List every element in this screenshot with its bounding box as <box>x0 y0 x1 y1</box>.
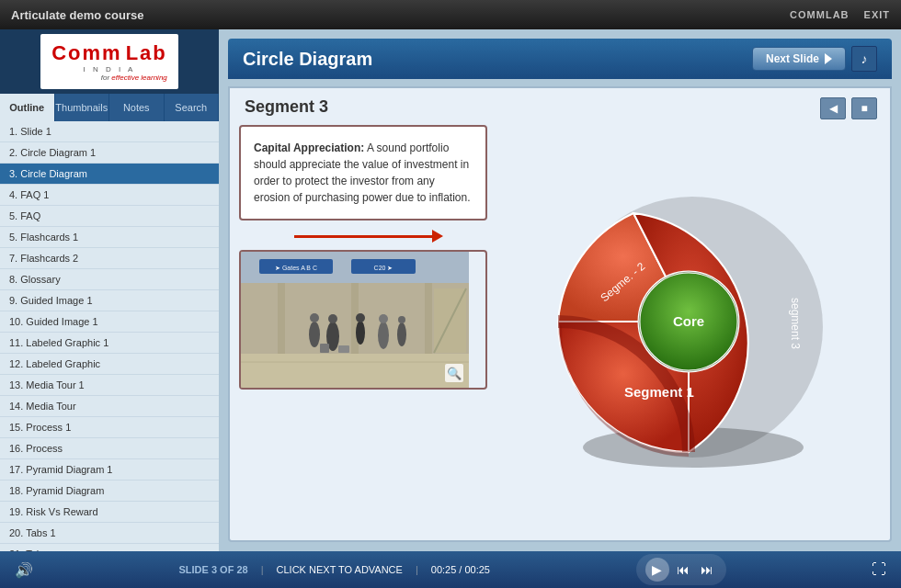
bottom-bar: 🔊 SLIDE 3 OF 28 | CLICK NEXT TO ADVANCE … <box>0 551 901 588</box>
logo-box: Comm Lab I N D I A for effective learnin… <box>40 34 178 89</box>
airport-scene-svg: ➤ Gates A B C C20 ➤ <box>241 252 469 388</box>
zoom-icon[interactable]: 🔍 <box>445 364 463 382</box>
svg-rect-22 <box>320 344 329 353</box>
outline-list: 1. Slide 1 2. Circle Diagram 1 3. Circle… <box>0 121 219 551</box>
tab-outline[interactable]: Outline <box>0 94 55 121</box>
arrow-line <box>294 235 432 238</box>
outline-item-20[interactable]: 20. Tabs 1 <box>0 523 219 544</box>
segment-heading: Segment 3 <box>245 97 328 117</box>
separator2: | <box>416 564 418 575</box>
svg-rect-23 <box>338 345 349 353</box>
svg-point-16 <box>356 321 365 345</box>
svg-point-13 <box>310 313 319 322</box>
slide-info-text: SLIDE 3 OF 28 <box>179 564 248 575</box>
outline-item-18[interactable]: 18. Pyramid Diagram <box>0 481 219 502</box>
top-bar-actions: COMMLAB EXIT <box>790 9 890 20</box>
outline-item-11[interactable]: 11. Labeled Graphic 1 <box>0 333 219 354</box>
audio-icon: ♪ <box>861 51 868 66</box>
slide-header: Circle Diagram Next Slide ♪ <box>228 39 892 79</box>
outline-item-9[interactable]: 9. Guided Image 1 <box>0 290 219 311</box>
slide-next-button[interactable]: ■ <box>851 97 877 119</box>
outline-item-16[interactable]: 16. Process <box>0 438 219 459</box>
svg-point-18 <box>378 322 389 349</box>
bottom-right: ⛶ <box>872 561 886 578</box>
svg-point-21 <box>398 316 405 323</box>
svg-text:➤ Gates A B C: ➤ Gates A B C <box>275 265 317 271</box>
bottom-left: 🔊 <box>15 561 33 579</box>
svg-text:C20 ➤: C20 ➤ <box>374 265 393 271</box>
nav-tabs: Outline Thumbnails Notes Search <box>0 94 219 121</box>
svg-point-19 <box>379 314 388 323</box>
outline-item-17[interactable]: 17. Pyramid Diagram 1 <box>0 459 219 481</box>
slide-body: Segment 3 ◀ ■ Capital Appreciation: A so… <box>228 86 892 542</box>
logo-brand2: Lab <box>126 41 167 65</box>
outline-item-10[interactable]: 10. Guided Image 1 <box>0 311 219 333</box>
exit-button[interactable]: EXIT <box>864 9 890 20</box>
logo-tagline: for effective learning <box>51 74 167 82</box>
text-bold: Capital Appreciation: <box>254 141 364 154</box>
tab-search[interactable]: Search <box>165 94 220 121</box>
tab-thumbnails[interactable]: Thumbnails <box>55 94 110 121</box>
time-display: 00:25 / 00:25 <box>431 564 490 575</box>
outline-item-4[interactable]: 4. FAQ 1 <box>0 185 219 206</box>
svg-rect-11 <box>425 283 432 354</box>
logo-division: I N D I A <box>51 65 167 74</box>
arrow-container <box>294 230 487 243</box>
circle-diagram-svg: Segment 1 Segme. - 2 segment 3 Core <box>542 167 836 480</box>
tab-notes[interactable]: Notes <box>109 94 165 121</box>
segment1-label: Segment 1 <box>624 384 694 400</box>
next-slide-label: Next Slide <box>766 52 819 65</box>
forward-button[interactable]: ⏭ <box>697 560 717 579</box>
logo-brand: Comm <box>51 41 121 65</box>
outline-item-15[interactable]: 15. Process 1 <box>0 417 219 438</box>
bottom-center: SLIDE 3 OF 28 | CLICK NEXT TO ADVANCE | … <box>179 564 491 575</box>
playback-controls: ▶ ⏮ ⏭ <box>636 554 726 585</box>
outline-item-14[interactable]: 14. Media Tour <box>0 396 219 417</box>
separator: | <box>261 564 264 575</box>
airport-image: ➤ Gates A B C C20 ➤ <box>241 252 469 388</box>
commlab-link[interactable]: COMMLAB <box>790 9 849 20</box>
svg-rect-6 <box>241 353 469 388</box>
diagram-area: Segment 1 Segme. - 2 segment 3 Core <box>496 116 881 531</box>
outline-item-12[interactable]: 12. Labeled Graphic <box>0 354 219 375</box>
outline-item-3[interactable]: 3. Circle Diagram <box>0 164 219 185</box>
instruction-text: CLICK NEXT TO ADVANCE <box>277 564 403 575</box>
main-layout: Comm Lab I N D I A for effective learnin… <box>0 29 901 551</box>
next-slide-arrow-icon <box>825 53 832 64</box>
core-label: Core <box>673 313 704 329</box>
left-panel: Capital Appreciation: A sound portfolio … <box>239 125 487 531</box>
play-button[interactable]: ▶ <box>645 558 669 582</box>
outline-item-7[interactable]: 7. Flashcards 2 <box>0 248 219 269</box>
content-area: Circle Diagram Next Slide ♪ Segment 3 ◀ … <box>219 29 901 551</box>
volume-icon[interactable]: 🔊 <box>15 561 33 579</box>
outline-item-1[interactable]: 1. Slide 1 <box>0 121 219 142</box>
sidebar: Comm Lab I N D I A for effective learnin… <box>0 29 219 551</box>
outline-item-8[interactable]: 8. Glossary <box>0 269 219 290</box>
segment3-label: segment 3 <box>789 298 802 349</box>
outline-item-21[interactable]: 21. Tabs <box>0 544 219 551</box>
rewind-button[interactable]: ⏮ <box>673 560 693 579</box>
description-textbox: Capital Appreciation: A sound portfolio … <box>239 125 487 220</box>
arrow-head-icon <box>432 230 443 243</box>
next-slide-button[interactable]: Next Slide <box>752 47 846 71</box>
outline-item-19[interactable]: 19. Risk Vs Reward <box>0 502 219 523</box>
svg-rect-9 <box>278 283 285 354</box>
logo-area: Comm Lab I N D I A for effective learnin… <box>0 29 219 94</box>
slide-title: Circle Diagram <box>243 49 372 70</box>
outline-item-2[interactable]: 2. Circle Diagram 1 <box>0 142 219 164</box>
outline-item-5[interactable]: 5. FAQ <box>0 206 219 227</box>
slide-prev-button[interactable]: ◀ <box>820 97 846 119</box>
image-box: ➤ Gates A B C C20 ➤ <box>239 250 487 390</box>
audio-button[interactable]: ♪ <box>851 46 877 72</box>
svg-point-20 <box>397 322 406 346</box>
svg-point-17 <box>356 313 365 322</box>
outline-item-13[interactable]: 13. Media Tour 1 <box>0 375 219 396</box>
app-title: Articulate demo course <box>11 8 144 22</box>
svg-point-15 <box>328 314 337 323</box>
svg-point-12 <box>309 322 320 347</box>
outline-item-6[interactable]: 5. Flashcards 1 <box>0 227 219 248</box>
fullscreen-button[interactable]: ⛶ <box>872 561 886 578</box>
top-bar: Articulate demo course COMMLAB EXIT <box>0 0 901 29</box>
